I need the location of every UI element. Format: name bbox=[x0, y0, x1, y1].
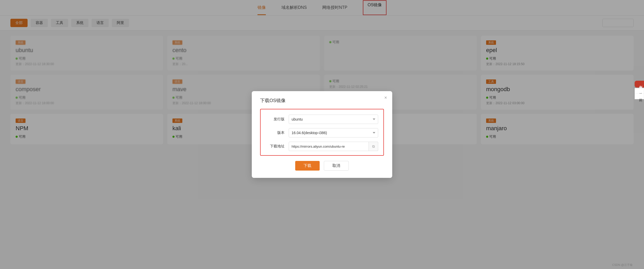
copy-url-button[interactable]: ⧉ bbox=[369, 142, 378, 151]
modal-inner-form: 发行版 ubuntu centos debian kali 版本 16.04.6… bbox=[260, 109, 384, 156]
url-input-group: ⧉ bbox=[289, 142, 378, 151]
side-panel: 创作者中心 活动 福利 bbox=[635, 81, 644, 99]
cancel-button[interactable]: 取消 bbox=[324, 161, 349, 171]
distribution-select[interactable]: ubuntu centos debian kali bbox=[289, 115, 378, 124]
url-label: 下载地址 bbox=[266, 144, 285, 149]
activity-button[interactable]: 活动 bbox=[635, 88, 644, 94]
url-input[interactable] bbox=[289, 142, 369, 151]
copy-icon: ⧉ bbox=[372, 144, 375, 149]
version-select[interactable]: 16.04.6(desktop-i386) 18.04(LTS) 20.04(L… bbox=[289, 128, 378, 137]
url-row: 下载地址 ⧉ bbox=[266, 142, 378, 151]
version-row: 版本 16.04.6(desktop-i386) 18.04(LTS) 20.0… bbox=[266, 128, 378, 137]
modal-title: 下载OS镜像 bbox=[260, 97, 384, 104]
welfare-button[interactable]: 福利 bbox=[635, 94, 644, 99]
distribution-label: 发行版 bbox=[266, 117, 285, 122]
modal-close-button[interactable]: × bbox=[384, 95, 387, 100]
creator-center-button[interactable]: 创作者中心 bbox=[635, 81, 644, 87]
modal-overlay[interactable]: 下载OS镜像 × 发行版 ubuntu centos debian kali 版… bbox=[0, 0, 644, 269]
version-label: 版本 bbox=[266, 130, 285, 135]
download-button[interactable]: 下载 bbox=[295, 161, 320, 171]
distribution-row: 发行版 ubuntu centos debian kali bbox=[266, 115, 378, 124]
modal-actions: 下载 取消 bbox=[260, 161, 384, 171]
modal-download-os: 下载OS镜像 × 发行版 ubuntu centos debian kali 版… bbox=[252, 91, 392, 178]
